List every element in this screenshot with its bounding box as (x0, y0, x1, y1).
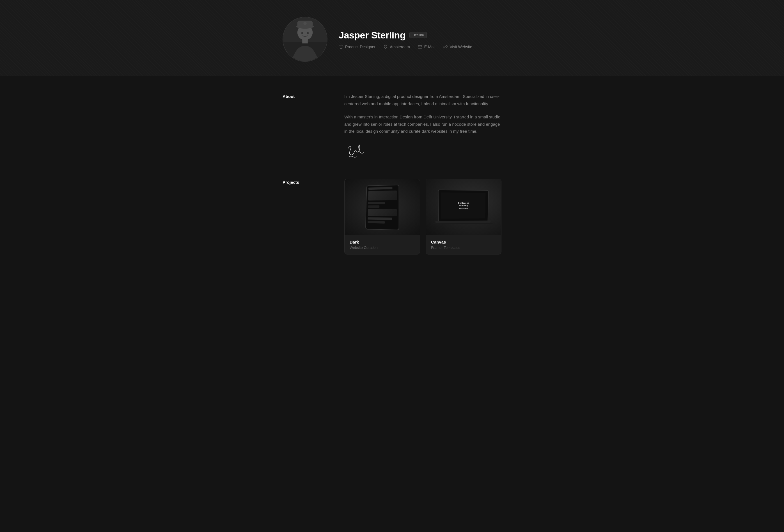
location-label: Amsterdam (390, 45, 410, 49)
project-subtitle-dark: Website Curation (349, 246, 415, 250)
avatar-wrapper (283, 17, 328, 62)
project-info-dark: Dark Website Curation (344, 235, 420, 254)
header-area: Jasper Sterling He/Him Product Designer (0, 0, 784, 76)
monitor-icon (339, 45, 343, 49)
main-content: About I'm Jesper Sterling, a digital pro… (0, 76, 784, 288)
projects-section: Projects (283, 179, 501, 254)
project-card-canvas[interactable]: Go BeyondOrdinaryWebsites Canvas Framer … (426, 179, 501, 254)
project-name-canvas: Canvas (431, 240, 496, 244)
about-body: I'm Jesper Sterling, a digital product d… (344, 93, 501, 162)
project-thumbnail-canvas: Go BeyondOrdinaryWebsites (426, 179, 501, 235)
pronoun-badge: He/Him (410, 32, 427, 38)
svg-point-8 (301, 32, 303, 34)
about-paragraph-1: I'm Jesper Sterling, a digital product d… (344, 93, 501, 107)
about-paragraph-2: With a master's in Interaction Design fr… (344, 113, 501, 135)
svg-rect-10 (339, 45, 343, 48)
project-thumbnail-dark (344, 179, 420, 235)
profile-header: Jasper Sterling He/Him Product Designer (283, 17, 501, 62)
project-subtitle-canvas: Framer Templates (431, 246, 496, 250)
profile-meta: Product Designer Amsterdam (339, 45, 501, 49)
svg-point-9 (307, 32, 309, 34)
name-row: Jasper Sterling He/Him (339, 30, 501, 41)
location-meta[interactable]: Amsterdam (383, 45, 410, 49)
website-meta[interactable]: Visit Website (443, 45, 472, 49)
email-icon (418, 45, 422, 49)
profile-info: Jasper Sterling He/Him Product Designer (339, 30, 501, 49)
svg-rect-12 (418, 46, 422, 48)
about-label: About (283, 93, 328, 162)
role-meta[interactable]: Product Designer (339, 45, 375, 49)
laptop-mockup: Go BeyondOrdinaryWebsites (438, 189, 488, 224)
projects-label: Projects (283, 179, 328, 254)
project-info-canvas: Canvas Framer Templates (426, 235, 501, 254)
svg-rect-7 (302, 39, 308, 44)
svg-point-11 (385, 46, 386, 47)
projects-grid: Dark Website Curation Go BeyondOrdinaryW (344, 179, 501, 254)
location-icon (383, 45, 388, 49)
email-label: E-Mail (424, 45, 436, 49)
projects-body: Dark Website Curation Go BeyondOrdinaryW (344, 179, 501, 254)
profile-name: Jasper Sterling (339, 30, 405, 41)
laptop-screen-text: Go BeyondOrdinaryWebsites (458, 202, 469, 209)
signature-icon (344, 141, 367, 161)
website-label: Visit Website (450, 45, 472, 49)
project-card-dark[interactable]: Dark Website Curation (344, 179, 420, 254)
about-section: About I'm Jesper Sterling, a digital pro… (283, 93, 501, 162)
laptop-screen-content: Go BeyondOrdinaryWebsites (441, 193, 486, 219)
tablet-mockup (365, 185, 399, 230)
avatar (283, 17, 328, 62)
link-icon (443, 45, 448, 49)
email-meta[interactable]: E-Mail (418, 45, 436, 49)
svg-point-6 (303, 22, 307, 25)
laptop-screen: Go BeyondOrdinaryWebsites (438, 189, 488, 221)
role-label: Product Designer (345, 45, 375, 49)
signature-area (344, 141, 501, 162)
project-name-dark: Dark (349, 240, 415, 244)
